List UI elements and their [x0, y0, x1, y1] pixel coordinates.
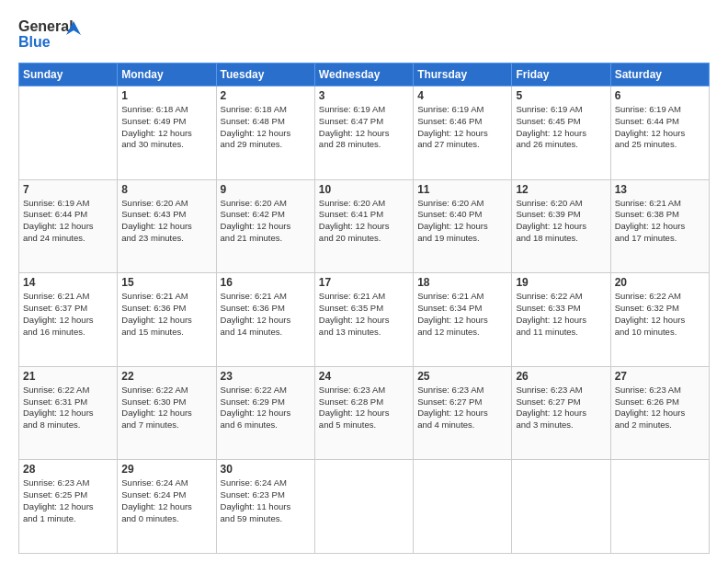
- day-info: Sunrise: 6:18 AM Sunset: 6:49 PM Dayligh…: [121, 104, 211, 151]
- calendar-cell: 23Sunrise: 6:22 AM Sunset: 6:29 PM Dayli…: [216, 366, 314, 460]
- calendar-cell: 2Sunrise: 6:18 AM Sunset: 6:48 PM Daylig…: [216, 86, 314, 180]
- day-number: 18: [417, 276, 507, 289]
- day-info: Sunrise: 6:20 AM Sunset: 6:39 PM Dayligh…: [516, 198, 606, 245]
- week-row-1: 7Sunrise: 6:19 AM Sunset: 6:44 PM Daylig…: [19, 179, 710, 273]
- calendar-cell: 30Sunrise: 6:24 AM Sunset: 6:23 PM Dayli…: [216, 460, 314, 554]
- week-row-2: 14Sunrise: 6:21 AM Sunset: 6:37 PM Dayli…: [19, 273, 710, 367]
- day-info: Sunrise: 6:22 AM Sunset: 6:29 PM Dayligh…: [221, 385, 311, 431]
- day-info: Sunrise: 6:23 AM Sunset: 6:25 PM Dayligh…: [23, 477, 113, 524]
- calendar-table: SundayMondayTuesdayWednesdayThursdayFrid…: [18, 63, 710, 554]
- day-info: Sunrise: 6:23 AM Sunset: 6:27 PM Dayligh…: [417, 385, 507, 431]
- day-number: 25: [417, 370, 507, 383]
- day-info: Sunrise: 6:22 AM Sunset: 6:33 PM Dayligh…: [516, 291, 606, 338]
- day-number: 28: [23, 463, 113, 476]
- day-number: 27: [615, 370, 705, 383]
- header: GeneralBlue: [18, 17, 710, 53]
- day-header-monday: Monday: [118, 63, 216, 86]
- day-info: Sunrise: 6:19 AM Sunset: 6:44 PM Dayligh…: [23, 198, 113, 245]
- day-number: 12: [516, 183, 606, 196]
- day-info: Sunrise: 6:19 AM Sunset: 6:46 PM Dayligh…: [417, 104, 507, 151]
- day-header-wednesday: Wednesday: [314, 63, 413, 86]
- svg-text:Blue: Blue: [18, 34, 51, 50]
- week-row-4: 28Sunrise: 6:23 AM Sunset: 6:25 PM Dayli…: [19, 460, 710, 554]
- calendar-cell: 1Sunrise: 6:18 AM Sunset: 6:49 PM Daylig…: [118, 86, 216, 180]
- day-number: 15: [121, 276, 211, 289]
- day-info: Sunrise: 6:21 AM Sunset: 6:38 PM Dayligh…: [615, 198, 705, 245]
- day-number: 24: [319, 370, 409, 383]
- day-info: Sunrise: 6:20 AM Sunset: 6:41 PM Dayligh…: [319, 198, 409, 245]
- day-number: 17: [319, 276, 409, 289]
- calendar-cell: 25Sunrise: 6:23 AM Sunset: 6:27 PM Dayli…: [414, 366, 512, 460]
- calendar-cell: 6Sunrise: 6:19 AM Sunset: 6:44 PM Daylig…: [610, 86, 709, 180]
- day-number: 1: [121, 89, 211, 102]
- week-row-3: 21Sunrise: 6:22 AM Sunset: 6:31 PM Dayli…: [19, 366, 710, 460]
- day-info: Sunrise: 6:19 AM Sunset: 6:45 PM Dayligh…: [516, 104, 606, 151]
- calendar-cell: 8Sunrise: 6:20 AM Sunset: 6:43 PM Daylig…: [118, 179, 216, 273]
- day-header-saturday: Saturday: [610, 63, 709, 86]
- day-number: 10: [319, 183, 409, 196]
- calendar-cell: [512, 460, 610, 554]
- logo: GeneralBlue: [18, 17, 92, 53]
- day-info: Sunrise: 6:21 AM Sunset: 6:36 PM Dayligh…: [121, 291, 211, 338]
- calendar-cell: 15Sunrise: 6:21 AM Sunset: 6:36 PM Dayli…: [118, 273, 216, 367]
- day-number: 23: [221, 370, 311, 383]
- calendar-cell: [610, 460, 709, 554]
- calendar-cell: 29Sunrise: 6:24 AM Sunset: 6:24 PM Dayli…: [118, 460, 216, 554]
- day-info: Sunrise: 6:19 AM Sunset: 6:44 PM Dayligh…: [615, 104, 705, 151]
- calendar-cell: 16Sunrise: 6:21 AM Sunset: 6:36 PM Dayli…: [216, 273, 314, 367]
- calendar-cell: 3Sunrise: 6:19 AM Sunset: 6:47 PM Daylig…: [314, 86, 413, 180]
- page: GeneralBlue SundayMondayTuesdayWednesday…: [0, 0, 728, 563]
- day-info: Sunrise: 6:24 AM Sunset: 6:23 PM Dayligh…: [221, 477, 311, 524]
- day-number: 22: [121, 370, 211, 383]
- day-info: Sunrise: 6:23 AM Sunset: 6:26 PM Dayligh…: [615, 385, 705, 431]
- day-number: 2: [221, 89, 311, 102]
- day-info: Sunrise: 6:23 AM Sunset: 6:27 PM Dayligh…: [516, 385, 606, 431]
- day-number: 13: [615, 183, 705, 196]
- calendar-cell: 12Sunrise: 6:20 AM Sunset: 6:39 PM Dayli…: [512, 179, 610, 273]
- day-number: 19: [516, 276, 606, 289]
- day-header-tuesday: Tuesday: [216, 63, 314, 86]
- day-number: 5: [516, 89, 606, 102]
- svg-text:General: General: [18, 18, 74, 34]
- day-number: 11: [417, 183, 507, 196]
- day-info: Sunrise: 6:24 AM Sunset: 6:24 PM Dayligh…: [121, 477, 211, 524]
- day-info: Sunrise: 6:20 AM Sunset: 6:43 PM Dayligh…: [121, 198, 211, 245]
- calendar-cell: [314, 460, 413, 554]
- day-info: Sunrise: 6:20 AM Sunset: 6:40 PM Dayligh…: [417, 198, 507, 245]
- day-info: Sunrise: 6:22 AM Sunset: 6:30 PM Dayligh…: [121, 385, 211, 431]
- day-info: Sunrise: 6:21 AM Sunset: 6:34 PM Dayligh…: [417, 291, 507, 338]
- day-info: Sunrise: 6:20 AM Sunset: 6:42 PM Dayligh…: [221, 198, 311, 245]
- day-number: 21: [23, 370, 113, 383]
- calendar-cell: [414, 460, 512, 554]
- day-number: 6: [615, 89, 705, 102]
- week-row-0: 1Sunrise: 6:18 AM Sunset: 6:49 PM Daylig…: [19, 86, 710, 180]
- calendar-cell: 19Sunrise: 6:22 AM Sunset: 6:33 PM Dayli…: [512, 273, 610, 367]
- calendar-header-row: SundayMondayTuesdayWednesdayThursdayFrid…: [19, 63, 710, 86]
- day-number: 3: [319, 89, 409, 102]
- day-info: Sunrise: 6:22 AM Sunset: 6:31 PM Dayligh…: [23, 385, 113, 431]
- day-header-friday: Friday: [512, 63, 610, 86]
- calendar-cell: 26Sunrise: 6:23 AM Sunset: 6:27 PM Dayli…: [512, 366, 610, 460]
- day-info: Sunrise: 6:19 AM Sunset: 6:47 PM Dayligh…: [319, 104, 409, 151]
- day-number: 9: [221, 183, 311, 196]
- day-number: 29: [121, 463, 211, 476]
- calendar-cell: 4Sunrise: 6:19 AM Sunset: 6:46 PM Daylig…: [414, 86, 512, 180]
- calendar-cell: 10Sunrise: 6:20 AM Sunset: 6:41 PM Dayli…: [314, 179, 413, 273]
- day-number: 4: [417, 89, 507, 102]
- day-number: 14: [23, 276, 113, 289]
- calendar-cell: 11Sunrise: 6:20 AM Sunset: 6:40 PM Dayli…: [414, 179, 512, 273]
- day-number: 20: [615, 276, 705, 289]
- calendar-cell: 28Sunrise: 6:23 AM Sunset: 6:25 PM Dayli…: [19, 460, 118, 554]
- day-header-sunday: Sunday: [19, 63, 118, 86]
- day-number: 16: [221, 276, 311, 289]
- day-number: 8: [121, 183, 211, 196]
- calendar-cell: 7Sunrise: 6:19 AM Sunset: 6:44 PM Daylig…: [19, 179, 118, 273]
- calendar-cell: 14Sunrise: 6:21 AM Sunset: 6:37 PM Dayli…: [19, 273, 118, 367]
- day-info: Sunrise: 6:18 AM Sunset: 6:48 PM Dayligh…: [221, 104, 311, 151]
- day-info: Sunrise: 6:23 AM Sunset: 6:28 PM Dayligh…: [319, 385, 409, 431]
- calendar-cell: 21Sunrise: 6:22 AM Sunset: 6:31 PM Dayli…: [19, 366, 118, 460]
- day-number: 30: [221, 463, 311, 476]
- day-info: Sunrise: 6:21 AM Sunset: 6:36 PM Dayligh…: [221, 291, 311, 338]
- calendar-cell: [19, 86, 118, 180]
- day-info: Sunrise: 6:21 AM Sunset: 6:35 PM Dayligh…: [319, 291, 409, 338]
